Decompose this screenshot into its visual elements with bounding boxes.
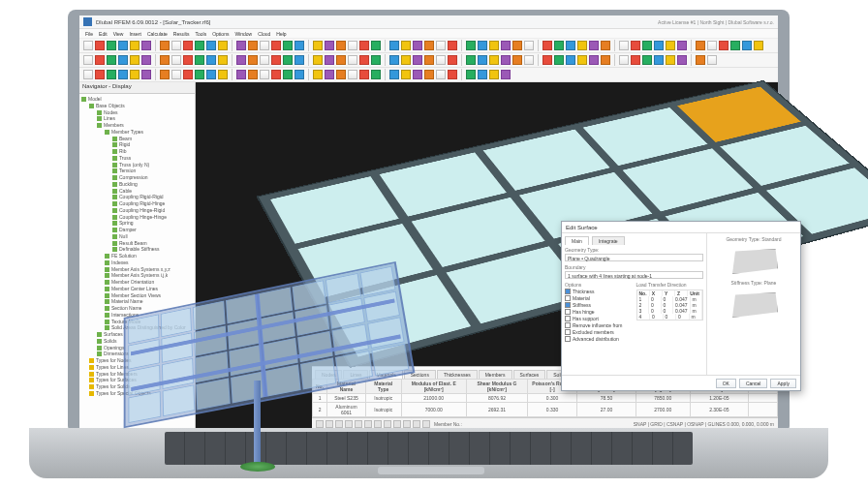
toolbar-button[interactable] <box>707 41 717 50</box>
tree-item[interactable]: Rib <box>81 148 193 155</box>
toolbar-button[interactable] <box>336 55 346 65</box>
toolbar-button[interactable] <box>348 70 357 79</box>
toolbar-button[interactable] <box>95 41 105 50</box>
tree-item[interactable]: Buckling <box>81 181 193 188</box>
menu-file[interactable]: File <box>85 31 93 37</box>
toolbar-button[interactable] <box>742 41 752 50</box>
toolbar-button[interactable] <box>401 41 411 50</box>
toolbar-button[interactable] <box>501 55 511 65</box>
toolbar-button[interactable] <box>283 70 293 79</box>
tree-item[interactable]: Model <box>81 96 193 103</box>
toolbar-button[interactable] <box>413 41 422 50</box>
option-check[interactable]: Advanced distribution <box>565 336 633 342</box>
toolbar-button[interactable] <box>666 41 675 50</box>
toolbar-button[interactable] <box>218 55 228 65</box>
toolbar-button[interactable] <box>236 41 246 50</box>
toolbar-button[interactable] <box>577 41 587 50</box>
toolbar-button[interactable] <box>413 55 422 65</box>
toolbar-button[interactable] <box>589 55 599 65</box>
toolbar-button[interactable] <box>107 70 116 79</box>
toolbar-button[interactable] <box>389 41 399 50</box>
toolbar-button[interactable] <box>359 55 369 65</box>
bottom-tab[interactable]: Members <box>479 370 512 379</box>
toolbar-button[interactable] <box>719 41 728 50</box>
tree-item[interactable]: Spring <box>81 220 193 227</box>
toolbar-button[interactable] <box>501 70 511 79</box>
toolbar-button[interactable] <box>325 41 334 50</box>
tree-item[interactable]: Base Objects <box>81 103 193 109</box>
toolbar-button[interactable] <box>195 70 204 79</box>
tree-item[interactable]: Members <box>81 122 193 129</box>
toolbar-button[interactable] <box>313 41 323 50</box>
toolbar-button[interactable] <box>271 70 281 79</box>
option-check[interactable]: Thickness <box>565 289 633 294</box>
toolbar-button[interactable] <box>436 41 446 50</box>
toolbar-button[interactable] <box>601 55 610 65</box>
toolbar-button[interactable] <box>512 41 522 50</box>
toolbar-button[interactable] <box>389 55 399 65</box>
toolbar-button[interactable] <box>171 70 181 79</box>
toolbar-button[interactable] <box>160 41 170 50</box>
toolbar-button[interactable] <box>107 55 116 65</box>
tree-item[interactable]: Truss (only N) <box>81 162 193 168</box>
toolbar-button[interactable] <box>236 70 246 79</box>
toolbar-button[interactable] <box>436 70 446 79</box>
toolbar-button[interactable] <box>271 41 281 50</box>
menu-calculate[interactable]: Calculate <box>147 31 168 37</box>
toolbar-button[interactable] <box>260 55 269 65</box>
toolbar-button[interactable] <box>554 41 564 50</box>
toolbar-button[interactable] <box>413 70 422 79</box>
toolbar-button[interactable] <box>566 55 575 65</box>
option-check[interactable]: Material <box>565 295 633 301</box>
toolbar-button[interactable] <box>631 41 640 50</box>
toolbar-button[interactable] <box>206 70 216 79</box>
toolbar-button[interactable] <box>619 55 629 65</box>
toolbar-button[interactable] <box>489 41 499 50</box>
option-check[interactable]: Remove influence from <box>565 322 633 328</box>
apply-button[interactable]: Apply <box>770 379 796 388</box>
toolbar-button[interactable] <box>642 41 652 50</box>
tree-item[interactable]: Definable Stiffness <box>81 246 193 253</box>
toolbar-button[interactable] <box>707 55 717 65</box>
toolbar-button[interactable] <box>601 41 610 50</box>
toolbar-button[interactable] <box>448 70 457 79</box>
toolbar-button[interactable] <box>512 55 522 65</box>
boundary-field[interactable]: 1 surface with 4 lines starting at node-… <box>565 271 703 279</box>
toolbar-button[interactable] <box>294 41 304 50</box>
toolbar-button[interactable] <box>183 70 193 79</box>
menu-window[interactable]: Window <box>234 31 252 37</box>
cancel-button[interactable]: Cancel <box>739 379 768 388</box>
dialog-tab-main[interactable]: Main <box>565 236 589 245</box>
toolbar-button[interactable] <box>654 41 664 50</box>
toolbar-button[interactable] <box>236 55 246 65</box>
toolbar-button[interactable] <box>542 41 552 50</box>
toolbar-button[interactable] <box>666 55 675 65</box>
toolbar-button[interactable] <box>359 41 369 50</box>
toolbar-button[interactable] <box>401 70 411 79</box>
toolbar-button[interactable] <box>589 41 599 50</box>
tree-item[interactable]: Coupling Rigid-Hinge <box>81 200 193 207</box>
toolbar-button[interactable] <box>654 55 664 65</box>
toolbar-button[interactable] <box>130 70 140 79</box>
toolbar-button[interactable] <box>260 70 269 79</box>
tree-item[interactable]: Result Beam <box>81 240 193 247</box>
toolbar-button[interactable] <box>466 55 476 65</box>
dialog-tab-integrate[interactable]: Integrate <box>592 236 625 245</box>
toolbar-button[interactable] <box>271 55 281 65</box>
toolbar-button[interactable] <box>141 55 151 65</box>
toolbar-button[interactable] <box>141 70 151 79</box>
toolbar-button[interactable] <box>466 41 476 50</box>
tree-item[interactable]: Damper <box>81 227 193 233</box>
toolbar-button[interactable] <box>325 70 334 79</box>
toolbar-button[interactable] <box>677 41 687 50</box>
toolbar-button[interactable] <box>348 41 357 50</box>
toolbar-button[interactable] <box>95 70 105 79</box>
toolbar-button[interactable] <box>371 55 381 65</box>
menu-results[interactable]: Results <box>173 31 190 37</box>
col-header[interactable]: Shear Modulus G [kN/cm²] <box>466 380 527 394</box>
toolbar-button[interactable] <box>389 70 399 79</box>
geometry-field[interactable]: Plane • Quadrangle <box>565 254 703 261</box>
toolbar-button[interactable] <box>478 70 487 79</box>
tree-item[interactable]: Beam <box>81 136 193 142</box>
toolbar-button[interactable] <box>501 41 511 50</box>
